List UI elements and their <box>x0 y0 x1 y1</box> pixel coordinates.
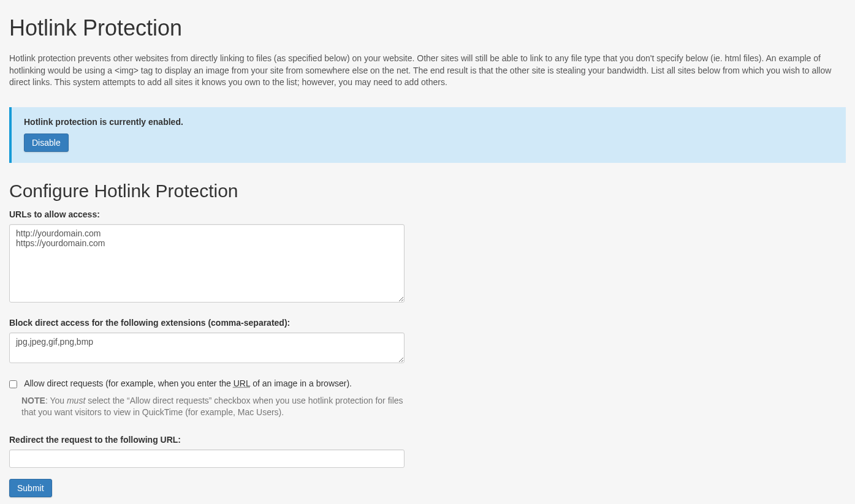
note-pre: : You <box>45 396 67 405</box>
allow-direct-checkbox[interactable] <box>9 380 17 388</box>
note-label: NOTE <box>21 396 45 405</box>
allow-direct-label[interactable]: Allow direct requests (for example, when… <box>24 378 352 388</box>
status-text: Hotlink protection is currently enabled. <box>24 116 834 129</box>
disable-button[interactable]: Disable <box>24 134 69 152</box>
extensions-label: Block direct access for the following ex… <box>9 317 405 329</box>
urls-textarea[interactable] <box>9 224 405 303</box>
allow-direct-note: NOTE: You must select the “Allow direct … <box>21 395 405 419</box>
status-alert: Hotlink protection is currently enabled.… <box>9 107 846 163</box>
configure-heading: Configure Hotlink Protection <box>9 178 846 205</box>
submit-button[interactable]: Submit <box>9 479 52 497</box>
page-description: Hotlink protection prevents other websit… <box>9 53 846 89</box>
note-em: must <box>67 396 85 405</box>
redirect-input[interactable] <box>9 449 405 468</box>
extensions-textarea[interactable] <box>9 333 405 363</box>
url-abbr: URL <box>234 378 251 388</box>
redirect-label: Redirect the request to the following UR… <box>9 434 405 446</box>
page-title: Hotlink Protection <box>9 12 846 43</box>
allow-direct-pre: Allow direct requests (for example, when… <box>24 378 234 388</box>
urls-label: URLs to allow access: <box>9 209 405 221</box>
allow-direct-post: of an image in a browser). <box>250 378 352 388</box>
